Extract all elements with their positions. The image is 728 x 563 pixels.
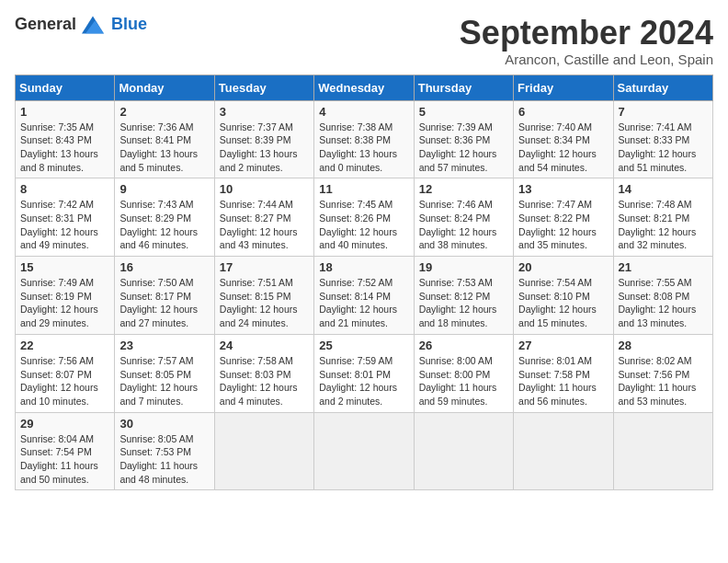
day-info: Sunrise: 8:02 AM Sunset: 7:56 PM Dayligh… <box>619 354 708 408</box>
header-sunday: Sunday <box>16 75 115 100</box>
day-info: Sunrise: 7:56 AM Sunset: 8:07 PM Dayligh… <box>20 354 109 408</box>
header-monday: Monday <box>115 75 214 100</box>
calendar-header: Sunday Monday Tuesday Wednesday Thursday… <box>16 75 713 100</box>
day-info: Sunrise: 7:44 AM Sunset: 8:27 PM Dayligh… <box>220 198 309 252</box>
calendar-cell: 16Sunrise: 7:50 AM Sunset: 8:17 PM Dayli… <box>115 257 214 335</box>
header-thursday: Thursday <box>414 75 513 100</box>
calendar-cell: 24Sunrise: 7:58 AM Sunset: 8:03 PM Dayli… <box>214 334 313 412</box>
day-number: 12 <box>419 182 508 196</box>
day-info: Sunrise: 8:01 AM Sunset: 7:58 PM Dayligh… <box>518 354 608 408</box>
day-info: Sunrise: 7:59 AM Sunset: 8:01 PM Dayligh… <box>319 354 408 408</box>
day-number: 7 <box>619 105 708 119</box>
calendar-week-5: 29Sunrise: 8:04 AM Sunset: 7:54 PM Dayli… <box>16 412 713 490</box>
logo-icon <box>82 16 104 34</box>
day-number: 20 <box>518 260 608 274</box>
calendar-cell: 15Sunrise: 7:49 AM Sunset: 8:19 PM Dayli… <box>16 257 115 335</box>
day-info: Sunrise: 7:47 AM Sunset: 8:22 PM Dayligh… <box>518 198 608 252</box>
day-number: 18 <box>319 260 408 274</box>
day-info: Sunrise: 8:05 AM Sunset: 7:53 PM Dayligh… <box>119 432 209 487</box>
calendar-cell: 8Sunrise: 7:42 AM Sunset: 8:31 PM Daylig… <box>16 178 115 257</box>
day-number: 16 <box>119 260 209 274</box>
calendar-body: 1Sunrise: 7:35 AM Sunset: 8:43 PM Daylig… <box>16 100 713 490</box>
header-friday: Friday <box>514 75 613 100</box>
calendar-cell: 1Sunrise: 7:35 AM Sunset: 8:43 PM Daylig… <box>16 100 115 178</box>
day-info: Sunrise: 7:43 AM Sunset: 8:29 PM Dayligh… <box>119 198 209 252</box>
day-number: 15 <box>20 260 109 274</box>
day-number: 30 <box>119 417 209 431</box>
day-number: 5 <box>419 105 508 119</box>
day-info: Sunrise: 7:52 AM Sunset: 8:14 PM Dayligh… <box>319 276 408 330</box>
day-number: 22 <box>20 339 109 352</box>
calendar-cell: 9Sunrise: 7:43 AM Sunset: 8:29 PM Daylig… <box>115 178 214 257</box>
calendar-cell: 14Sunrise: 7:48 AM Sunset: 8:21 PM Dayli… <box>613 178 712 257</box>
calendar-cell: 17Sunrise: 7:51 AM Sunset: 8:15 PM Dayli… <box>214 257 313 335</box>
calendar-cell: 20Sunrise: 7:54 AM Sunset: 8:10 PM Dayli… <box>514 257 613 335</box>
day-number: 29 <box>20 417 109 431</box>
calendar-week-3: 15Sunrise: 7:49 AM Sunset: 8:19 PM Dayli… <box>16 257 713 335</box>
title-area: September 2024 Arancon, Castille and Leo… <box>460 15 713 67</box>
day-number: 25 <box>319 339 408 352</box>
day-number: 28 <box>619 339 708 352</box>
calendar-table: Sunday Monday Tuesday Wednesday Thursday… <box>15 75 713 491</box>
day-number: 1 <box>20 105 109 119</box>
calendar-cell: 26Sunrise: 8:00 AM Sunset: 8:00 PM Dayli… <box>414 334 513 412</box>
calendar-cell: 5Sunrise: 7:39 AM Sunset: 8:36 PM Daylig… <box>414 100 513 178</box>
day-info: Sunrise: 7:53 AM Sunset: 8:12 PM Dayligh… <box>419 276 508 330</box>
day-number: 14 <box>619 182 708 196</box>
day-number: 3 <box>220 105 309 119</box>
day-number: 17 <box>220 260 309 274</box>
calendar-cell <box>314 412 414 490</box>
day-number: 27 <box>518 339 608 352</box>
day-info: Sunrise: 7:35 AM Sunset: 8:43 PM Dayligh… <box>20 121 109 175</box>
calendar-cell: 23Sunrise: 7:57 AM Sunset: 8:05 PM Dayli… <box>115 334 214 412</box>
calendar-cell: 13Sunrise: 7:47 AM Sunset: 8:22 PM Dayli… <box>514 178 613 257</box>
header-wednesday: Wednesday <box>314 75 414 100</box>
day-number: 4 <box>319 105 408 119</box>
main-title: September 2024 <box>460 15 713 52</box>
day-number: 19 <box>419 260 508 274</box>
day-number: 9 <box>119 182 209 196</box>
calendar-cell: 10Sunrise: 7:44 AM Sunset: 8:27 PM Dayli… <box>214 178 313 257</box>
calendar-cell: 28Sunrise: 8:02 AM Sunset: 7:56 PM Dayli… <box>613 334 712 412</box>
day-info: Sunrise: 7:57 AM Sunset: 8:05 PM Dayligh… <box>119 354 209 408</box>
calendar-cell: 4Sunrise: 7:38 AM Sunset: 8:38 PM Daylig… <box>314 100 414 178</box>
logo: General Blue <box>15 15 147 34</box>
calendar-cell: 21Sunrise: 7:55 AM Sunset: 8:08 PM Dayli… <box>613 257 712 335</box>
calendar-cell: 2Sunrise: 7:36 AM Sunset: 8:41 PM Daylig… <box>115 100 214 178</box>
day-info: Sunrise: 7:46 AM Sunset: 8:24 PM Dayligh… <box>419 198 508 252</box>
day-info: Sunrise: 7:42 AM Sunset: 8:31 PM Dayligh… <box>20 198 109 252</box>
day-info: Sunrise: 8:04 AM Sunset: 7:54 PM Dayligh… <box>20 432 109 487</box>
day-number: 6 <box>518 105 608 119</box>
calendar-cell <box>514 412 613 490</box>
calendar-cell: 12Sunrise: 7:46 AM Sunset: 8:24 PM Dayli… <box>414 178 513 257</box>
header-tuesday: Tuesday <box>214 75 313 100</box>
day-number: 26 <box>419 339 508 352</box>
day-number: 21 <box>619 260 708 274</box>
calendar-week-1: 1Sunrise: 7:35 AM Sunset: 8:43 PM Daylig… <box>16 100 713 178</box>
logo-general: General <box>15 15 76 34</box>
day-info: Sunrise: 7:50 AM Sunset: 8:17 PM Dayligh… <box>119 276 209 330</box>
day-info: Sunrise: 7:54 AM Sunset: 8:10 PM Dayligh… <box>518 276 608 330</box>
calendar-cell: 19Sunrise: 7:53 AM Sunset: 8:12 PM Dayli… <box>414 257 513 335</box>
day-info: Sunrise: 7:40 AM Sunset: 8:34 PM Dayligh… <box>518 121 608 175</box>
day-number: 23 <box>119 339 209 352</box>
calendar-cell <box>613 412 712 490</box>
day-number: 11 <box>319 182 408 196</box>
calendar-cell: 7Sunrise: 7:41 AM Sunset: 8:33 PM Daylig… <box>613 100 712 178</box>
day-info: Sunrise: 7:49 AM Sunset: 8:19 PM Dayligh… <box>20 276 109 330</box>
calendar-week-4: 22Sunrise: 7:56 AM Sunset: 8:07 PM Dayli… <box>16 334 713 412</box>
page-header: General Blue September 2024 Arancon, Cas… <box>15 15 713 67</box>
day-info: Sunrise: 7:38 AM Sunset: 8:38 PM Dayligh… <box>319 121 408 175</box>
day-info: Sunrise: 7:37 AM Sunset: 8:39 PM Dayligh… <box>220 121 309 175</box>
calendar-cell: 27Sunrise: 8:01 AM Sunset: 7:58 PM Dayli… <box>514 334 613 412</box>
day-info: Sunrise: 7:36 AM Sunset: 8:41 PM Dayligh… <box>119 121 209 175</box>
calendar-cell: 18Sunrise: 7:52 AM Sunset: 8:14 PM Dayli… <box>314 257 414 335</box>
logo-blue: Blue <box>111 15 147 34</box>
day-info: Sunrise: 7:58 AM Sunset: 8:03 PM Dayligh… <box>220 354 309 408</box>
day-number: 8 <box>20 182 109 196</box>
day-info: Sunrise: 7:48 AM Sunset: 8:21 PM Dayligh… <box>619 198 708 252</box>
day-info: Sunrise: 7:51 AM Sunset: 8:15 PM Dayligh… <box>220 276 309 330</box>
calendar-cell: 29Sunrise: 8:04 AM Sunset: 7:54 PM Dayli… <box>16 412 115 490</box>
day-info: Sunrise: 7:55 AM Sunset: 8:08 PM Dayligh… <box>619 276 708 330</box>
calendar-cell <box>414 412 513 490</box>
